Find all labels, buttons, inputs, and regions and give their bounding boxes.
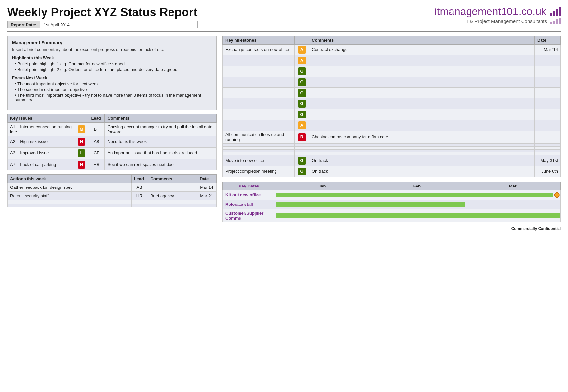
focus-heading: Focus Next Week. — [12, 75, 212, 80]
col-header-action: Actions this week — [8, 174, 122, 183]
status-badge: G — [298, 168, 306, 175]
milestone-comments: Contract exchange — [309, 44, 535, 55]
issue-lead: AB — [88, 136, 105, 147]
milestone-comments: Chasing comms company for a firm date. — [309, 131, 535, 143]
issue-badge: H — [75, 136, 88, 147]
action-comments: Brief agency — [148, 191, 197, 200]
table-row: A1 – Internet connection running late M … — [8, 122, 217, 136]
milestone-name — [223, 55, 295, 66]
milestone-status — [295, 143, 309, 146]
footer-text: Commercially Confidential — [511, 226, 561, 231]
issue-badge: M — [75, 122, 88, 136]
milestone-status: A — [295, 120, 309, 131]
milestone-status: G — [295, 66, 309, 77]
action-badge — [122, 183, 132, 191]
col-header-lead: Lead — [88, 114, 105, 122]
highlights-heading: Highlights this Week — [12, 55, 212, 60]
issue-lead: BT — [88, 122, 105, 136]
report-date-label: Report Date: — [8, 21, 40, 28]
action-name: Gather feedback fon design spec — [8, 183, 122, 191]
status-badge: A — [298, 46, 306, 54]
status-badge: A — [298, 121, 306, 129]
action-lead: AB — [131, 183, 148, 191]
milestone-date: June 6th — [535, 166, 561, 177]
milestone-name — [223, 66, 295, 77]
issue-lead: CE — [88, 147, 105, 159]
milestone-date — [535, 152, 561, 155]
issue-name: A2 – High risk issue — [8, 136, 75, 147]
action-date: Mar 14 — [197, 183, 217, 191]
right-column: Key Milestones Comments Date Exchange co… — [222, 36, 561, 222]
gantt-task-name: Customer/Supplier Comms — [223, 209, 275, 222]
milestone-date — [535, 146, 561, 149]
milestone-name — [223, 98, 295, 109]
milestone-status — [295, 152, 309, 155]
col-header-issue: Key Issues — [8, 114, 75, 122]
status-badge: G — [298, 157, 306, 165]
status-badge: H — [78, 161, 85, 169]
milestone-comments — [309, 66, 535, 77]
status-badge: L — [78, 149, 85, 157]
milestone-name: Project completion meeting — [223, 166, 295, 177]
table-row: G — [223, 87, 561, 98]
milestone-comments — [309, 152, 535, 155]
table-row: A — [223, 120, 561, 131]
milestone-status: G — [295, 98, 309, 109]
brand-name: itmanagement101.co.uk — [435, 6, 561, 17]
milestone-name — [223, 87, 295, 98]
table-row: G — [223, 98, 561, 109]
col-header-milestone: Key Milestones — [223, 36, 295, 44]
action-date — [197, 200, 217, 204]
page-title: Weekly Project XYZ Status Report — [7, 6, 198, 19]
col-header-feb: Feb — [369, 182, 465, 190]
action-lead — [131, 204, 148, 207]
gantt-bar-cell — [275, 190, 561, 200]
milestone-status: G — [295, 109, 309, 120]
action-date: Mar 21 — [197, 191, 217, 200]
action-comments — [148, 204, 197, 207]
col-header-mar: Mar — [465, 182, 561, 190]
actions-table: Actions this week Lead Comments Date Gat… — [7, 174, 217, 207]
action-date — [197, 204, 217, 207]
status-badge: G — [298, 67, 306, 75]
report-date-value: 1st April 2014 — [40, 21, 74, 28]
milestones-table: Key Milestones Comments Date Exchange co… — [222, 36, 561, 177]
bar-chart-icon — [550, 7, 561, 16]
gantt-row: Kit out new office — [223, 190, 561, 200]
gantt-task-name: Kit out new office — [223, 190, 275, 200]
milestone-date — [535, 55, 561, 66]
gantt-row: Customer/Supplier Comms — [223, 209, 561, 222]
table-row: G — [223, 77, 561, 87]
milestone-comments — [309, 109, 535, 120]
milestone-name — [223, 143, 295, 146]
milestone-date — [535, 98, 561, 109]
milestone-name — [223, 109, 295, 120]
header: Weekly Project XYZ Status Report Report … — [7, 6, 561, 32]
list-item: The third most important objective - try… — [15, 93, 212, 102]
milestone-status: A — [295, 55, 309, 66]
issue-comments: See if we can rent spaces next door — [105, 159, 217, 170]
col-header-badge — [75, 114, 88, 122]
mgmt-heading: Management Summary — [12, 40, 212, 45]
main-layout: Management Summary Insert a brief commen… — [7, 36, 561, 222]
table-row: A3 – Improved issue L CE An important is… — [8, 147, 217, 159]
col-header-comments: Comments — [309, 36, 535, 44]
milestone-name: All communication lines up and running — [223, 131, 295, 143]
gantt-task-name: Relocate staff — [223, 200, 275, 209]
mgmt-intro: Insert a brief commentary about the exce… — [12, 47, 212, 52]
bar-chart-icon-small — [550, 18, 561, 24]
action-badge — [122, 200, 132, 204]
status-badge: G — [298, 89, 306, 97]
milestone-name — [223, 120, 295, 131]
milestone-comments — [309, 143, 535, 146]
issue-badge: H — [75, 159, 88, 170]
table-row: A7 – Lack of car parking H HR See if we … — [8, 159, 217, 170]
gantt-empty — [465, 200, 561, 209]
table-row: A — [223, 55, 561, 66]
left-column: Management Summary Insert a brief commen… — [7, 36, 217, 222]
header-left: Weekly Project XYZ Status Report Report … — [7, 6, 198, 28]
issue-comments: Chasing account manager to try and pull … — [105, 122, 217, 136]
col-header-comments: Comments — [105, 114, 217, 122]
table-row: Exchange contracts on new office A Contr… — [223, 44, 561, 55]
action-name — [8, 204, 122, 207]
